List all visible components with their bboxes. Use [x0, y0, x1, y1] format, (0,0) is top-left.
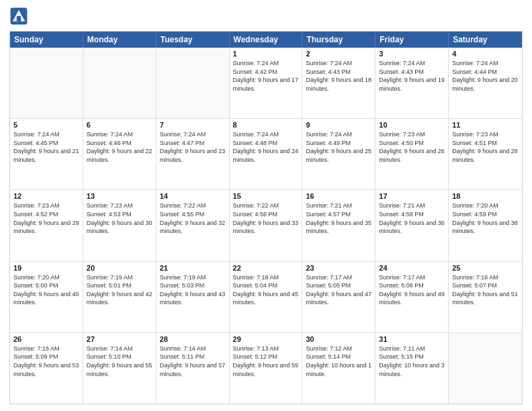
calendar-cell: 10Sunrise: 7:23 AM Sunset: 4:50 PM Dayli… [375, 119, 449, 189]
calendar-cell: 8Sunrise: 7:24 AM Sunset: 4:48 PM Daylig… [230, 119, 303, 189]
calendar-cell: 1Sunrise: 7:24 AM Sunset: 4:42 PM Daylig… [230, 48, 303, 118]
svg-rect-2 [17, 16, 21, 21]
day-number: 7 [160, 121, 226, 129]
cell-text: Sunrise: 7:19 AM Sunset: 5:01 PM Dayligh… [87, 273, 152, 307]
calendar-cell: 17Sunrise: 7:21 AM Sunset: 4:58 PM Dayli… [375, 190, 449, 261]
calendar-week-row: 19Sunrise: 7:20 AM Sunset: 5:00 PM Dayli… [10, 262, 522, 333]
cell-text: Sunrise: 7:14 AM Sunset: 5:11 PM Dayligh… [160, 345, 226, 378]
calendar-cell [83, 48, 157, 118]
day-header: Tuesday [157, 32, 230, 48]
calendar-cell: 6Sunrise: 7:24 AM Sunset: 4:46 PM Daylig… [83, 119, 157, 189]
calendar-cell: 19Sunrise: 7:20 AM Sunset: 5:00 PM Dayli… [10, 262, 83, 332]
day-number: 25 [452, 264, 519, 272]
cell-text: Sunrise: 7:21 AM Sunset: 4:57 PM Dayligh… [306, 201, 371, 235]
day-number: 5 [13, 121, 79, 129]
cell-text: Sunrise: 7:12 AM Sunset: 5:14 PM Dayligh… [306, 345, 371, 378]
day-number: 3 [379, 50, 445, 58]
day-number: 21 [160, 264, 226, 272]
calendar-cell [157, 48, 230, 118]
calendar-cell [449, 333, 522, 404]
day-number: 24 [379, 264, 445, 272]
day-number: 27 [87, 335, 152, 343]
day-header: Sunday [10, 32, 83, 48]
cell-text: Sunrise: 7:17 AM Sunset: 5:05 PM Dayligh… [306, 273, 371, 307]
cell-text: Sunrise: 7:11 AM Sunset: 5:15 PM Dayligh… [379, 345, 445, 378]
cell-text: Sunrise: 7:23 AM Sunset: 4:53 PM Dayligh… [87, 201, 152, 235]
calendar-cell: 26Sunrise: 7:15 AM Sunset: 5:09 PM Dayli… [10, 333, 83, 404]
calendar-cell: 13Sunrise: 7:23 AM Sunset: 4:53 PM Dayli… [83, 190, 157, 261]
cell-text: Sunrise: 7:17 AM Sunset: 5:06 PM Dayligh… [379, 273, 445, 307]
day-number: 28 [160, 335, 226, 343]
day-header: Thursday [302, 32, 375, 48]
calendar-cell: 5Sunrise: 7:24 AM Sunset: 4:45 PM Daylig… [10, 119, 83, 189]
cell-text: Sunrise: 7:22 AM Sunset: 4:55 PM Dayligh… [160, 201, 226, 235]
day-headers-row: SundayMondayTuesdayWednesdayThursdayFrid… [10, 32, 522, 48]
day-number: 23 [306, 264, 371, 272]
day-number: 2 [306, 50, 371, 58]
calendar-cell [10, 48, 83, 118]
day-number: 6 [87, 121, 152, 129]
day-number: 16 [306, 192, 371, 200]
cell-text: Sunrise: 7:19 AM Sunset: 5:03 PM Dayligh… [160, 273, 226, 307]
calendar-cell: 31Sunrise: 7:11 AM Sunset: 5:15 PM Dayli… [375, 333, 449, 404]
day-number: 13 [87, 192, 152, 200]
calendar-cell: 18Sunrise: 7:20 AM Sunset: 4:59 PM Dayli… [449, 190, 522, 261]
day-number: 14 [160, 192, 226, 200]
header [9, 7, 523, 26]
calendar-week-row: 5Sunrise: 7:24 AM Sunset: 4:45 PM Daylig… [10, 119, 522, 190]
day-number: 20 [87, 264, 152, 272]
day-number: 31 [379, 335, 445, 343]
cell-text: Sunrise: 7:24 AM Sunset: 4:43 PM Dayligh… [379, 59, 445, 93]
logo-icon [9, 7, 28, 26]
calendar-cell: 28Sunrise: 7:14 AM Sunset: 5:11 PM Dayli… [157, 333, 230, 404]
calendar-cell: 2Sunrise: 7:24 AM Sunset: 4:43 PM Daylig… [302, 48, 375, 118]
day-number: 8 [233, 121, 299, 129]
day-number: 17 [379, 192, 445, 200]
cell-text: Sunrise: 7:20 AM Sunset: 4:59 PM Dayligh… [452, 201, 519, 235]
cell-text: Sunrise: 7:24 AM Sunset: 4:44 PM Dayligh… [452, 59, 519, 93]
cell-text: Sunrise: 7:16 AM Sunset: 5:07 PM Dayligh… [452, 273, 519, 307]
day-number: 15 [233, 192, 299, 200]
day-number: 26 [13, 335, 79, 343]
day-number: 11 [452, 121, 519, 129]
cell-text: Sunrise: 7:23 AM Sunset: 4:52 PM Dayligh… [13, 201, 79, 235]
calendar-cell: 4Sunrise: 7:24 AM Sunset: 4:44 PM Daylig… [449, 48, 522, 118]
cell-text: Sunrise: 7:24 AM Sunset: 4:46 PM Dayligh… [87, 130, 152, 164]
calendar-cell: 9Sunrise: 7:24 AM Sunset: 4:49 PM Daylig… [302, 119, 375, 189]
day-number: 30 [306, 335, 371, 343]
calendar-cell: 3Sunrise: 7:24 AM Sunset: 4:43 PM Daylig… [375, 48, 449, 118]
cell-text: Sunrise: 7:13 AM Sunset: 5:12 PM Dayligh… [233, 345, 299, 378]
calendar-cell: 21Sunrise: 7:19 AM Sunset: 5:03 PM Dayli… [157, 262, 230, 332]
day-number: 12 [13, 192, 79, 200]
day-number: 19 [13, 264, 79, 272]
calendar-cell: 27Sunrise: 7:14 AM Sunset: 5:10 PM Dayli… [83, 333, 157, 404]
day-header: Friday [375, 32, 449, 48]
calendar-week-row: 1Sunrise: 7:24 AM Sunset: 4:42 PM Daylig… [10, 48, 522, 119]
cell-text: Sunrise: 7:15 AM Sunset: 5:09 PM Dayligh… [13, 345, 79, 378]
calendar-cell: 23Sunrise: 7:17 AM Sunset: 5:05 PM Dayli… [302, 262, 375, 332]
calendar-cell: 11Sunrise: 7:23 AM Sunset: 4:51 PM Dayli… [449, 119, 522, 189]
calendar-cell: 20Sunrise: 7:19 AM Sunset: 5:01 PM Dayli… [83, 262, 157, 332]
calendar-cell: 16Sunrise: 7:21 AM Sunset: 4:57 PM Dayli… [302, 190, 375, 261]
calendar-cell: 7Sunrise: 7:24 AM Sunset: 4:47 PM Daylig… [157, 119, 230, 189]
calendar-cell: 29Sunrise: 7:13 AM Sunset: 5:12 PM Dayli… [230, 333, 303, 404]
day-number: 9 [306, 121, 371, 129]
cell-text: Sunrise: 7:18 AM Sunset: 5:04 PM Dayligh… [233, 273, 299, 307]
cell-text: Sunrise: 7:24 AM Sunset: 4:49 PM Dayligh… [306, 130, 371, 164]
calendar-week-row: 12Sunrise: 7:23 AM Sunset: 4:52 PM Dayli… [10, 190, 522, 261]
cell-text: Sunrise: 7:24 AM Sunset: 4:42 PM Dayligh… [233, 59, 299, 93]
day-number: 29 [233, 335, 299, 343]
day-number: 18 [452, 192, 519, 200]
day-number: 1 [233, 50, 299, 58]
calendar-cell: 15Sunrise: 7:22 AM Sunset: 4:56 PM Dayli… [230, 190, 303, 261]
cell-text: Sunrise: 7:23 AM Sunset: 4:50 PM Dayligh… [379, 130, 445, 164]
cell-text: Sunrise: 7:24 AM Sunset: 4:47 PM Dayligh… [160, 130, 226, 164]
cell-text: Sunrise: 7:14 AM Sunset: 5:10 PM Dayligh… [87, 345, 152, 378]
calendar-cell: 24Sunrise: 7:17 AM Sunset: 5:06 PM Dayli… [375, 262, 449, 332]
day-header: Saturday [449, 32, 522, 48]
calendar-cell: 25Sunrise: 7:16 AM Sunset: 5:07 PM Dayli… [449, 262, 522, 332]
cell-text: Sunrise: 7:24 AM Sunset: 4:43 PM Dayligh… [306, 59, 371, 93]
cell-text: Sunrise: 7:21 AM Sunset: 4:58 PM Dayligh… [379, 201, 445, 235]
day-header: Monday [83, 32, 157, 48]
day-number: 4 [452, 50, 519, 58]
